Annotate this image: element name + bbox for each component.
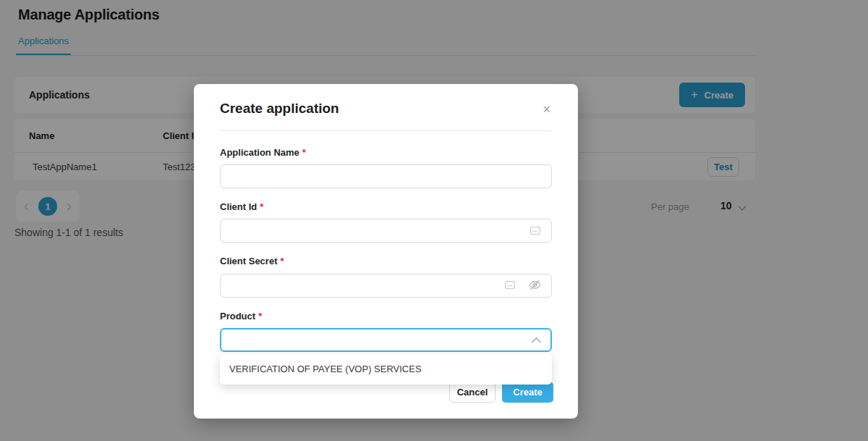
required-asterisk: * [258, 311, 262, 322]
close-icon[interactable]: × [542, 103, 550, 116]
product-select[interactable] [220, 328, 552, 352]
product-dropdown: VERIFICATION OF PAYEE (VOP) SERVICES [220, 354, 552, 385]
cancel-button[interactable]: Cancel [449, 382, 495, 403]
application-name-label-text: Application Name [220, 147, 299, 158]
eye-off-icon[interactable] [528, 279, 542, 291]
client-id-label: Client Id* [220, 201, 263, 212]
modal-header-divider [220, 130, 552, 131]
client-secret-label: Client Secret* [220, 256, 284, 266]
required-asterisk: * [280, 256, 284, 266]
required-asterisk: * [260, 201, 263, 212]
password-manager-icon[interactable] [529, 225, 541, 236]
client-id-label-text: Client Id [220, 201, 257, 212]
product-label-text: Product [220, 311, 255, 322]
product-label: Product* [220, 311, 262, 322]
chevron-up-icon [532, 337, 541, 347]
required-asterisk: * [302, 147, 306, 158]
client-id-input[interactable] [220, 219, 552, 243]
modal-title: Create application [220, 101, 339, 117]
dropdown-option-vop[interactable]: VERIFICATION OF PAYEE (VOP) SERVICES [220, 354, 552, 385]
create-submit-button[interactable]: Create [502, 382, 553, 403]
application-name-label: Application Name* [220, 147, 306, 158]
client-secret-input[interactable] [220, 274, 552, 298]
modal-footer: Cancel Create [449, 382, 553, 403]
password-manager-icon[interactable] [504, 280, 516, 290]
client-secret-label-text: Client Secret [220, 256, 277, 266]
application-name-input[interactable] [220, 164, 552, 188]
create-application-modal: Create application × Application Name* C… [194, 84, 578, 419]
